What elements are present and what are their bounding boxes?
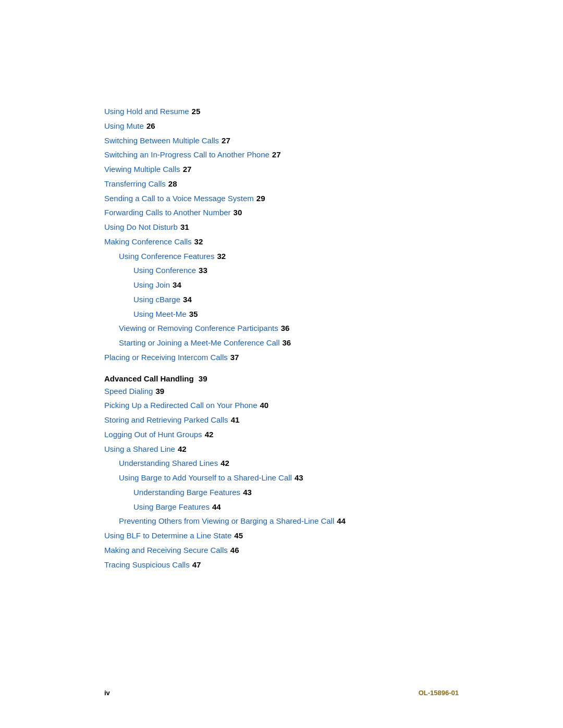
toc-link-tracing-suspicious[interactable]: Tracing Suspicious Calls	[104, 558, 190, 572]
toc-link-sending-call-voice[interactable]: Sending a Call to a Voice Message System	[104, 191, 254, 206]
toc-link-understanding-shared-lines[interactable]: Understanding Shared Lines	[119, 456, 218, 471]
page-number: 27	[272, 147, 281, 162]
list-item: Sending a Call to a Voice Message System…	[104, 191, 459, 206]
list-item: Using Mute 26	[104, 119, 459, 133]
toc-link-using-join[interactable]: Using Join	[133, 278, 170, 292]
page-number: 43	[295, 471, 303, 485]
section-heading-label: Advanced Call Handling	[104, 374, 194, 383]
toc-link-logging-out-hunt[interactable]: Logging Out of Hunt Groups	[104, 427, 202, 442]
page-number: 32	[194, 235, 203, 249]
page-number: 25	[192, 104, 201, 119]
page-number: 36	[282, 336, 291, 350]
footer-doc-number: OL-15896-01	[419, 689, 459, 697]
page-number: 32	[217, 249, 226, 264]
footer-page-label: iv	[104, 689, 110, 697]
page-number: 29	[256, 191, 265, 206]
toc-link-using-conference-features[interactable]: Using Conference Features	[119, 249, 214, 264]
list-item: Using Conference Features 32	[119, 249, 459, 264]
page-number: 30	[234, 205, 242, 220]
list-item: Using cBarge 34	[133, 292, 459, 307]
page-number: 27	[183, 162, 192, 177]
list-item: Placing or Receiving Intercom Calls 37	[104, 350, 459, 365]
toc-link-transferring-calls[interactable]: Transferring Calls	[104, 177, 166, 191]
toc-link-picking-up-redirected[interactable]: Picking Up a Redirected Call on Your Pho…	[104, 398, 258, 413]
toc-link-using-barge-features[interactable]: Using Barge Features	[133, 500, 210, 514]
toc-link-starting-joining[interactable]: Starting or Joining a Meet-Me Conference…	[119, 336, 279, 350]
list-item: Storing and Retrieving Parked Calls 41	[104, 413, 459, 427]
list-item: Using Do Not Disturb 31	[104, 220, 459, 235]
list-item: Using BLF to Determine a Line State 45	[104, 528, 459, 543]
toc-link-storing-parked[interactable]: Storing and Retrieving Parked Calls	[104, 413, 228, 427]
list-item: Making Conference Calls 32	[104, 235, 459, 249]
page-number: 44	[337, 514, 346, 528]
toc-link-making-receiving-secure[interactable]: Making and Receiving Secure Calls	[104, 543, 228, 558]
page-number: 37	[230, 350, 239, 365]
list-item: Understanding Shared Lines 42	[119, 456, 459, 471]
toc-link-understanding-barge-features[interactable]: Understanding Barge Features	[133, 485, 240, 500]
section-heading-advanced-call-handling: Advanced Call Handling 39	[104, 374, 459, 383]
page-number: 46	[230, 543, 239, 558]
toc-link-viewing-multiple[interactable]: Viewing Multiple Calls	[104, 162, 180, 177]
page-number: 42	[178, 442, 187, 456]
section-heading-page: 39	[197, 374, 207, 383]
list-item: Starting or Joining a Meet-Me Conference…	[119, 336, 459, 350]
list-item: Switching an In-Progress Call to Another…	[104, 147, 459, 162]
toc-link-switching-multiple[interactable]: Switching Between Multiple Calls	[104, 133, 219, 148]
page-number: 40	[260, 398, 269, 413]
toc-link-using-mute[interactable]: Using Mute	[104, 119, 144, 133]
page-number: 44	[212, 500, 221, 514]
toc-link-using-barge-add[interactable]: Using Barge to Add Yourself to a Shared-…	[119, 471, 292, 485]
page-number: 36	[281, 321, 290, 336]
toc-link-preventing-others[interactable]: Preventing Others from Viewing or Bargin…	[119, 514, 334, 528]
page-number: 41	[231, 413, 240, 427]
list-item: Using Barge to Add Yourself to a Shared-…	[119, 471, 459, 485]
page-number: 45	[234, 528, 243, 543]
list-item: Using Conference 33	[133, 263, 459, 278]
list-item: Using Join 34	[133, 278, 459, 292]
list-item: Using Meet-Me 35	[133, 307, 459, 322]
toc-section-list: Speed Dialing 39 Picking Up a Redirected…	[104, 384, 459, 572]
toc-link-placing-receiving-intercom[interactable]: Placing or Receiving Intercom Calls	[104, 350, 228, 365]
list-item: Preventing Others from Viewing or Bargin…	[119, 514, 459, 528]
list-item: Using a Shared Line 42	[104, 442, 459, 456]
page-number: 34	[183, 292, 192, 307]
toc-link-using-cbarge[interactable]: Using cBarge	[133, 292, 180, 307]
page-footer: iv OL-15896-01	[0, 689, 563, 697]
page-number: 39	[155, 384, 164, 399]
toc-link-using-hold-resume[interactable]: Using Hold and Resume	[104, 104, 189, 119]
toc-link-making-conference[interactable]: Making Conference Calls	[104, 235, 192, 249]
toc-link-switching-inprogress[interactable]: Switching an In-Progress Call to Another…	[104, 147, 270, 162]
list-item: Viewing or Removing Conference Participa…	[119, 321, 459, 336]
toc-link-forwarding-calls[interactable]: Forwarding Calls to Another Number	[104, 205, 231, 220]
toc-link-using-conference[interactable]: Using Conference	[133, 263, 196, 278]
list-item: Viewing Multiple Calls 27	[104, 162, 459, 177]
page-number: 43	[243, 485, 252, 500]
list-item: Speed Dialing 39	[104, 384, 459, 399]
page-number: 27	[222, 133, 230, 148]
list-item: Using Barge Features 44	[133, 500, 459, 514]
list-item: Forwarding Calls to Another Number 30	[104, 205, 459, 220]
list-item: Picking Up a Redirected Call on Your Pho…	[104, 398, 459, 413]
page-number: 33	[199, 263, 207, 278]
list-item: Understanding Barge Features 43	[133, 485, 459, 500]
toc-link-using-blf[interactable]: Using BLF to Determine a Line State	[104, 528, 231, 543]
page-number: 28	[168, 177, 177, 191]
list-item: Switching Between Multiple Calls 27	[104, 133, 459, 148]
page-number: 26	[146, 119, 155, 133]
list-item: Transferring Calls 28	[104, 177, 459, 191]
page-number: 31	[180, 220, 189, 235]
page-number: 47	[192, 558, 201, 572]
page-container: Using Hold and Resume 25 Using Mute 26 S…	[0, 0, 563, 728]
toc-link-do-not-disturb[interactable]: Using Do Not Disturb	[104, 220, 178, 235]
toc-link-using-meet-me[interactable]: Using Meet-Me	[133, 307, 187, 322]
page-number: 42	[205, 427, 214, 442]
toc-link-viewing-removing[interactable]: Viewing or Removing Conference Participa…	[119, 321, 278, 336]
list-item: Logging Out of Hunt Groups 42	[104, 427, 459, 442]
toc-link-speed-dialing[interactable]: Speed Dialing	[104, 384, 153, 399]
toc-link-using-shared-line[interactable]: Using a Shared Line	[104, 442, 175, 456]
list-item: Making and Receiving Secure Calls 46	[104, 543, 459, 558]
list-item: Tracing Suspicious Calls 47	[104, 558, 459, 572]
page-number: 34	[173, 278, 181, 292]
page-number: 42	[221, 456, 229, 471]
list-item: Using Hold and Resume 25	[104, 104, 459, 119]
